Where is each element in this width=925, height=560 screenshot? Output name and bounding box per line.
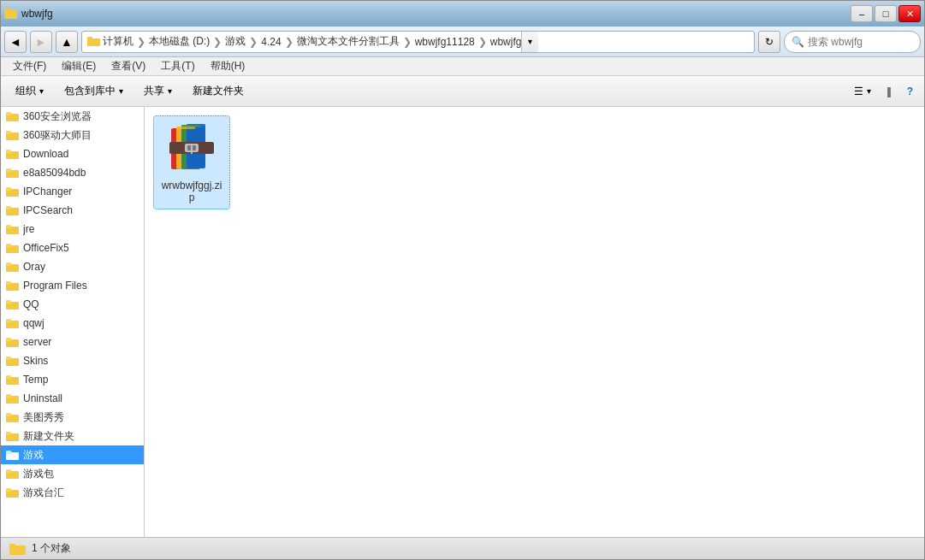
help-button[interactable]: ?: [901, 80, 919, 103]
help-icon: ?: [907, 85, 913, 97]
file-item-zip[interactable]: wrwbwjfggj.zip: [153, 115, 230, 209]
new-folder-button[interactable]: 新建文件夹: [183, 80, 253, 103]
svg-rect-39: [6, 432, 11, 435]
sidebar-item-18[interactable]: 游戏: [1, 445, 144, 464]
folder-icon: [6, 129, 20, 141]
folder-icon: [6, 449, 20, 461]
menu-tools[interactable]: 工具(T): [154, 57, 201, 75]
sidebar-item-13[interactable]: Skins: [1, 351, 144, 370]
sidebar-item-3[interactable]: e8a85094bdb: [1, 163, 144, 182]
sidebar-item-6[interactable]: jre: [1, 220, 144, 239]
svg-rect-17: [6, 225, 11, 228]
organize-button[interactable]: 组织 ▾: [6, 80, 53, 103]
sidebar-item-19[interactable]: 游戏包: [1, 464, 144, 483]
up-button[interactable]: ▲: [56, 31, 78, 53]
status-folder-icon: [9, 542, 27, 556]
maximize-button[interactable]: □: [875, 5, 897, 22]
sidebar-item-11[interactable]: qqwj: [1, 314, 144, 333]
sidebar-item-1[interactable]: 360驱动大师目: [1, 126, 144, 144]
sidebar-item-label: 游戏包: [23, 467, 54, 481]
sidebar-item-0[interactable]: 360安全浏览器: [1, 107, 144, 126]
sidebar-item-label: Skins: [23, 355, 48, 367]
breadcrumb-wbwjfg11128[interactable]: wbwjfg11128: [415, 36, 475, 48]
include-in-library-button[interactable]: 包含到库中 ▾: [55, 80, 133, 103]
sidebar-item-20[interactable]: 游戏台汇: [1, 483, 144, 502]
svg-rect-35: [6, 394, 11, 398]
back-button[interactable]: ◄: [4, 31, 27, 53]
svg-rect-13: [6, 187, 11, 191]
sidebar-item-8[interactable]: Oray: [1, 257, 144, 276]
share-label: 共享: [144, 84, 164, 98]
menu-edit[interactable]: 编辑(E): [55, 57, 103, 75]
status-bar: 1 个对象: [1, 537, 924, 559]
title-text: wbwjfg: [21, 8, 53, 20]
svg-rect-43: [6, 469, 11, 473]
menu-view[interactable]: 查看(V): [104, 57, 152, 75]
folder-icon: [6, 317, 20, 329]
status-text: 1 个对象: [32, 541, 71, 556]
folder-icon: [6, 186, 20, 197]
sidebar-item-15[interactable]: Uninstall: [1, 389, 144, 408]
search-bar[interactable]: 🔍: [784, 31, 921, 53]
menu-bar: 文件(F) 编辑(E) 查看(V) 工具(T) 帮助(H): [1, 57, 924, 76]
sidebar-item-16[interactable]: 美图秀秀: [1, 408, 144, 427]
file-item-name: wrwbwjfggj.zip: [159, 180, 224, 203]
sidebar-item-5[interactable]: IPCSearch: [1, 201, 144, 220]
sidebar-item-4[interactable]: IPChanger: [1, 182, 144, 201]
sidebar-item-label: QQ: [23, 298, 39, 310]
address-dropdown-button[interactable]: ▾: [521, 31, 538, 53]
sidebar-item-14[interactable]: Temp: [1, 370, 144, 389]
sidebar-item-7[interactable]: OfficeFix5: [1, 239, 144, 257]
sidebar-item-label: 游戏台汇: [23, 486, 64, 500]
forward-button[interactable]: ►: [30, 31, 52, 53]
folder-icon: [6, 355, 20, 367]
refresh-button[interactable]: ↻: [758, 31, 780, 53]
close-button[interactable]: ✕: [898, 5, 921, 22]
folder-icon: [6, 110, 20, 122]
search-input[interactable]: [808, 36, 910, 48]
svg-rect-25: [6, 300, 11, 304]
breadcrumb-tool[interactable]: 微淘文本文件分割工具: [297, 34, 400, 49]
sidebar-item-9[interactable]: Program Files: [1, 276, 144, 295]
folder-icon: [6, 204, 20, 216]
sidebar-item-17[interactable]: 新建文件夹: [1, 427, 144, 445]
sidebar-item-label: Uninstall: [23, 392, 62, 404]
nav-bar: ◄ ► ▲ 计算机 ❯ 本地磁盘 (D:) ❯ 游戏 ❯ 4.24 ❯ 微淘文本…: [1, 27, 924, 57]
breadcrumb-drive[interactable]: 本地磁盘 (D:): [149, 34, 210, 49]
split-view-icon: ‖: [886, 85, 892, 97]
sidebar-item-label: 新建文件夹: [23, 429, 74, 444]
share-button[interactable]: 共享 ▾: [134, 80, 181, 103]
organize-arrow-icon: ▾: [39, 86, 44, 96]
svg-rect-9: [6, 150, 11, 153]
svg-rect-15: [6, 206, 11, 209]
menu-file[interactable]: 文件(F): [6, 57, 53, 75]
svg-rect-45: [6, 488, 11, 492]
sidebar-item-10[interactable]: QQ: [1, 295, 144, 314]
address-bar[interactable]: 计算机 ❯ 本地磁盘 (D:) ❯ 游戏 ❯ 4.24 ❯ 微淘文本文件分割工具…: [81, 31, 755, 53]
folder-icon: [6, 336, 20, 348]
content-area: wrwbwjfggj.zip: [145, 107, 924, 537]
breadcrumb-games[interactable]: 游戏: [225, 34, 246, 49]
sidebar-item-label: Oray: [23, 261, 45, 273]
svg-rect-1: [4, 9, 9, 12]
breadcrumb: 计算机 ❯ 本地磁盘 (D:) ❯ 游戏 ❯ 4.24 ❯ 微淘文本文件分割工具…: [87, 34, 521, 49]
nav-folder-icon: [87, 36, 101, 48]
breadcrumb-wbwjfg[interactable]: wbwjfg: [490, 36, 522, 48]
breadcrumb-computer[interactable]: 计算机: [103, 34, 133, 49]
minimize-button[interactable]: –: [851, 5, 873, 22]
svg-rect-58: [9, 544, 15, 547]
share-arrow-icon: ▾: [168, 86, 172, 96]
folder-icon: [6, 486, 20, 498]
view-mode-button[interactable]: ☰ ▾: [848, 80, 877, 103]
menu-help[interactable]: 帮助(H): [204, 57, 252, 75]
sidebar-item-label: qqwj: [23, 317, 44, 329]
breadcrumb-424[interactable]: 4.24: [261, 36, 281, 48]
view-arrow-icon: ▾: [867, 86, 871, 96]
split-view-button[interactable]: ‖: [881, 80, 898, 103]
folder-icon: [6, 411, 20, 423]
organize-label: 组织: [15, 84, 36, 98]
sidebar-item-12[interactable]: server: [1, 333, 144, 351]
view-mode-icon: ☰: [854, 85, 863, 97]
svg-rect-23: [6, 281, 11, 285]
sidebar-item-2[interactable]: Download: [1, 144, 144, 163]
